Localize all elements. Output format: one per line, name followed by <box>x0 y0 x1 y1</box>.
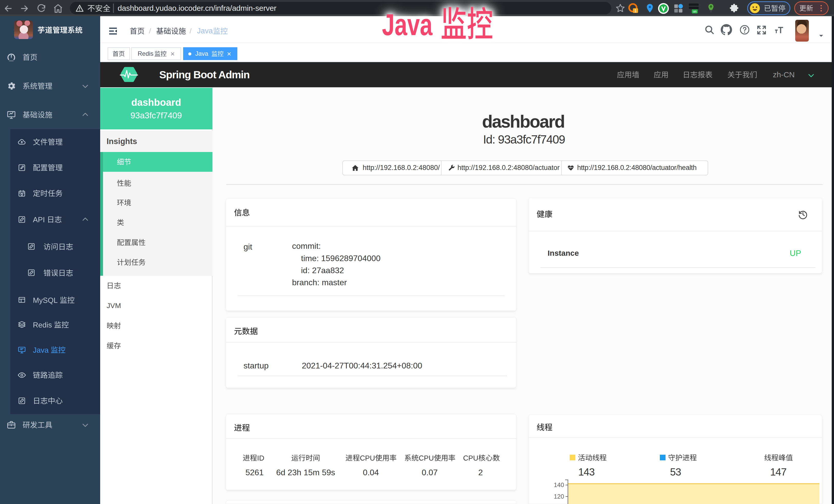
svg-text:1: 1 <box>634 8 636 13</box>
svg-text:on: on <box>693 10 697 13</box>
